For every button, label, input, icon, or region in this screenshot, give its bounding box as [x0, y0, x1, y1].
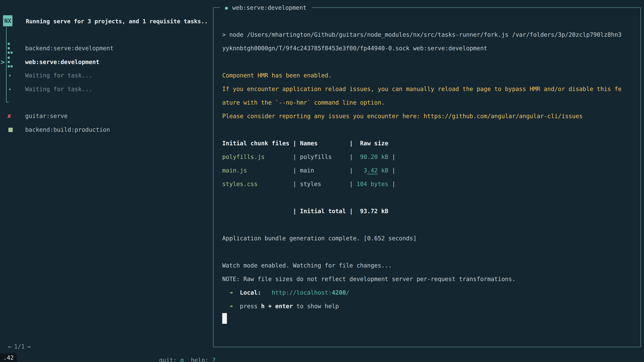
terminal-text: 104 bytes: [356, 181, 388, 187]
terminal-text: > node /Users/mhartington/Github/guitars…: [222, 31, 622, 38]
task-item[interactable]: backend:build:production: [0, 123, 94, 137]
terminal-output[interactable]: > node /Users/mhartington/Github/guitars…: [222, 28, 622, 327]
terminal-text: |: [388, 153, 395, 160]
terminal-line: ature with the `--no-hmr` command line o…: [222, 96, 622, 109]
terminal-cursor: [222, 313, 227, 324]
terminal-line: Watch mode enabled. Watching for file ch…: [222, 259, 622, 272]
terminal-text: If you encounter application reload issu…: [222, 86, 622, 92]
terminal-text: styles.css: [222, 181, 258, 187]
size-link[interactable]: .42: [367, 167, 378, 174]
page-next-icon[interactable]: →: [27, 343, 30, 350]
task-item[interactable]: backend:serve:development: [0, 41, 94, 55]
panel-title: ● web:serve:development: [220, 1, 312, 14]
terminal-text: | styles |: [258, 181, 356, 187]
terminal-text: main.js: [222, 167, 247, 174]
terminal-text: to show help: [293, 303, 339, 310]
terminal-line: > node /Users/mhartington/Github/guitars…: [222, 28, 622, 41]
arrow-icon: ➜: [222, 303, 240, 310]
nx-tui-screen: NX Running serve for 3 projects, and 1 r…: [0, 0, 644, 362]
terminal-line: Please consider reporting any issues you…: [222, 109, 622, 123]
quit-hint-label: quit:: [159, 357, 176, 362]
terminal-text: NOTE: Raw file sizes do not reflect deve…: [222, 276, 516, 282]
terminal-line: Application bundle generation complete. …: [222, 232, 622, 245]
terminal-text: 90.20 kB: [360, 153, 388, 160]
terminal-text: |: [388, 181, 395, 187]
nx-logo: NX: [3, 15, 12, 26]
task-label: Waiting for task...: [25, 82, 92, 96]
terminal-line: yyknnbtgh0000gn/T/9f4c243785f8453e3f00/f…: [222, 41, 622, 55]
terminal-text: | polyfills |: [265, 153, 360, 160]
task-label: Waiting for task...: [25, 69, 92, 82]
terminal-line: Component HMR has been enabled.: [222, 69, 622, 82]
waiting-dot-icon: [8, 82, 20, 96]
terminal-line: NOTE: Raw file sizes do not reflect deve…: [222, 272, 622, 286]
terminal-text: Please consider reporting any issues you…: [222, 113, 582, 119]
terminal-text: Application bundle generation complete. …: [222, 235, 416, 242]
terminal-text: Component HMR has been enabled.: [222, 72, 332, 79]
task-label: backend:serve:development: [25, 41, 114, 55]
help-hint-label: help:: [191, 357, 208, 362]
key-hints: quit: q help: ?: [145, 340, 216, 354]
link-preview-tooltip: .42: [0, 353, 17, 362]
terminal-line: If you encounter application reload issu…: [222, 82, 622, 96]
page-prev-icon[interactable]: ←: [8, 343, 12, 350]
terminal-line: [222, 123, 622, 137]
localhost-link[interactable]: 4200: [332, 289, 346, 296]
terminal-text: | Initial total | 93.72 kB: [222, 208, 388, 215]
task-item[interactable]: Waiting for task...: [0, 69, 94, 82]
terminal-line: polyfills.js | polyfills | 90.20 kB |: [222, 150, 622, 164]
terminal-text: press: [240, 303, 261, 310]
terminal-text: yyknnbtgh0000gn/T/9f4c243785f8453e3f00/f…: [222, 45, 487, 52]
terminal-line: [222, 55, 622, 69]
terminal-line: [222, 245, 622, 259]
arrow-icon: ➜: [222, 289, 240, 296]
task-item[interactable]: web:serve:development: [0, 55, 94, 69]
terminal-text: [261, 289, 272, 296]
app-title: Running serve for 3 projects, and 1 requ…: [26, 14, 208, 28]
localhost-link[interactable]: http://localhost:: [272, 289, 332, 296]
waiting-dot-icon: [8, 69, 20, 82]
task-output-panel: ● web:serve:development > node /Users/mh…: [213, 7, 641, 347]
terminal-text: h + enter: [261, 303, 293, 310]
spinner-icon: [8, 41, 20, 55]
terminal-text: ature with the `--no-hmr` command line o…: [222, 99, 385, 106]
task-tree-line-foot: [6, 102, 9, 102]
terminal-text: Watch mode enabled. Watching for file ch…: [222, 262, 392, 269]
pagination: ←1/1→: [8, 340, 33, 354]
task-item[interactable]: Waiting for task...: [0, 82, 94, 96]
terminal-line: | Initial total | 93.72 kB: [222, 204, 622, 218]
terminal-text: kB: [378, 167, 388, 174]
panel-title-label: web:serve:development: [232, 4, 306, 11]
task-label: backend:build:production: [25, 123, 110, 137]
page-indicator: 1/1: [14, 343, 25, 350]
spinner-icon: [8, 55, 20, 69]
terminal-line: ➜ press h + enter to show help: [222, 300, 622, 313]
localhost-link[interactable]: /: [346, 289, 350, 296]
terminal-line: ➜ Local: http://localhost:4200/: [222, 286, 622, 300]
success-square-icon: [8, 123, 20, 137]
terminal-line: main.js | main | 3.42 kB |: [222, 164, 622, 177]
terminal-text: polyfills.js: [222, 153, 265, 160]
terminal-line: [222, 218, 622, 232]
terminal-line: Initial chunk files | Names | Raw size: [222, 137, 622, 150]
task-status-dot-icon: ●: [225, 5, 228, 11]
terminal-text: Initial chunk files | Names | Raw size: [222, 140, 388, 147]
terminal-text: Local:: [240, 289, 261, 296]
terminal-text: 3: [364, 167, 367, 174]
terminal-line: styles.css | styles | 104 bytes |: [222, 177, 622, 191]
terminal-line: [222, 191, 622, 204]
terminal-line: [222, 313, 622, 327]
help-key: ?: [212, 357, 216, 362]
task-label: guitar:serve: [25, 109, 68, 123]
task-label: web:serve:development: [25, 55, 100, 69]
terminal-text: |: [388, 167, 395, 174]
failed-x-icon: ✘: [8, 109, 19, 123]
task-item[interactable]: ✘guitar:serve: [0, 109, 94, 123]
terminal-text: | main |: [247, 167, 364, 174]
quit-key: q: [180, 357, 184, 362]
